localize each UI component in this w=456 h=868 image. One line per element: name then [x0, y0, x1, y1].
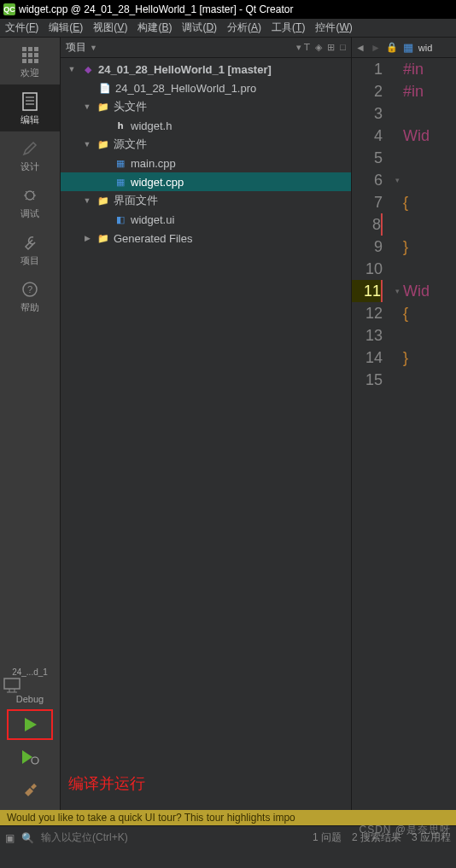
- project-pane: 项目 ▼ ▾ 𝖳 ◈ ⊞ □ ▼◆ 24_01_28_HelloWorld_1 …: [61, 38, 352, 810]
- svg-rect-22: [4, 679, 20, 689]
- close-pane-icon[interactable]: ▣: [5, 832, 15, 844]
- svg-rect-5: [34, 53, 38, 57]
- fold-column[interactable]: ▾ ▾: [391, 58, 403, 810]
- debug-run-button[interactable]: [7, 742, 53, 772]
- play-debug-icon: [20, 749, 39, 766]
- project-pane-header: 项目 ▼ ▾ 𝖳 ◈ ⊞ □: [61, 38, 351, 58]
- tree-folder-sources[interactable]: ▼📁 源文件: [61, 135, 351, 154]
- sync-icon[interactable]: ◈: [315, 42, 322, 53]
- document-icon: [20, 91, 40, 112]
- cpp-file-icon: ▦: [114, 156, 127, 170]
- menu-build[interactable]: 构建(B): [132, 20, 177, 35]
- editor-pane: ◄ ► 🔒 ▦ wid 123456789101112131415 ▾ ▾ #i…: [352, 38, 456, 810]
- svg-marker-27: [22, 750, 32, 764]
- bug-icon: [20, 185, 40, 206]
- tree-file[interactable]: ▦ main.cpp: [61, 154, 351, 172]
- svg-rect-4: [28, 53, 32, 57]
- kit-selector[interactable]: 24_...d_1 Debug: [0, 664, 60, 708]
- mode-design[interactable]: 设计: [0, 131, 60, 178]
- tree-file[interactable]: h widget.h: [61, 116, 351, 135]
- project-icon: ◆: [81, 62, 95, 76]
- svg-rect-7: [28, 59, 32, 63]
- editor-tabs: ◄ ► 🔒 ▦ wid: [352, 38, 456, 58]
- grid-icon: [20, 44, 40, 65]
- menu-analyze[interactable]: 分析(A): [222, 20, 266, 35]
- mode-bar: 欢迎 编辑 设计 调试 项目 ? 帮助 24_...d_1 Debug: [0, 38, 61, 810]
- menu-tools[interactable]: 工具(T): [266, 20, 310, 35]
- filter-icon[interactable]: ▾ 𝖳: [296, 42, 310, 53]
- project-pane-title[interactable]: 项目: [66, 40, 86, 55]
- annotation-label: 编译并运行: [68, 773, 145, 794]
- tree-folder-headers[interactable]: ▼📁 头文件: [61, 97, 351, 116]
- build-button[interactable]: [7, 774, 53, 805]
- menubar: 文件(F) 编辑(E) 视图(V) 构建(B) 调试(D) 分析(A) 工具(T…: [0, 19, 456, 38]
- monitor-icon: [2, 677, 58, 694]
- menu-debug[interactable]: 调试(D): [177, 20, 222, 35]
- qt-creator-icon: QC: [3, 3, 15, 15]
- mode-help[interactable]: ? 帮助: [0, 272, 60, 319]
- help-icon: ?: [20, 279, 40, 300]
- locator-input[interactable]: 输入以定位(Ctrl+K): [41, 830, 128, 845]
- tree-file[interactable]: ◧ widget.ui: [61, 210, 351, 229]
- pro-file-icon: 📄: [98, 81, 112, 95]
- window-title: widget.cpp @ 24_01_28_HelloWorld_1 [mast…: [19, 3, 293, 15]
- wrench-icon: [20, 232, 40, 253]
- tree-pro-file[interactable]: 📄 24_01_28_HelloWorld_1.pro: [61, 79, 351, 97]
- svg-rect-0: [22, 47, 26, 51]
- editor-tab-name[interactable]: wid: [418, 43, 433, 53]
- pencil-icon: [20, 138, 40, 159]
- lock-icon[interactable]: 🔒: [386, 42, 398, 53]
- svg-text:?: ?: [27, 284, 32, 294]
- add-icon[interactable]: ⊞: [327, 42, 335, 53]
- mode-projects[interactable]: 项目: [0, 225, 60, 272]
- mode-edit[interactable]: 编辑: [0, 84, 60, 131]
- tree-folder-generated[interactable]: ▶📁 Generated Files: [61, 229, 351, 248]
- cpp-file-icon: ▦: [403, 41, 413, 54]
- run-button[interactable]: [7, 709, 53, 740]
- cpp-file-icon: ▦: [114, 175, 127, 189]
- menu-edit[interactable]: 编辑(E): [44, 20, 88, 35]
- svg-point-28: [32, 757, 38, 764]
- folder-icon: 📁: [96, 100, 110, 114]
- nav-fwd-icon[interactable]: ►: [371, 42, 381, 54]
- play-icon: [21, 716, 38, 733]
- split-icon[interactable]: □: [340, 42, 346, 53]
- titlebar: QC widget.cpp @ 24_01_28_HelloWorld_1 [m…: [0, 0, 456, 19]
- folder-icon: 📁: [96, 231, 110, 245]
- svg-rect-2: [34, 47, 38, 51]
- mode-debug[interactable]: 调试: [0, 178, 60, 225]
- watermark: CSDN @是奈思呀: [359, 823, 451, 837]
- svg-rect-6: [22, 59, 26, 63]
- svg-marker-26: [25, 718, 37, 731]
- code-area[interactable]: 123456789101112131415 ▾ ▾ #in #in Wid { …: [352, 58, 456, 810]
- h-file-icon: h: [114, 119, 127, 132]
- tree-folder-forms[interactable]: ▼📁 界面文件: [61, 191, 351, 210]
- folder-icon: 📁: [96, 137, 110, 151]
- ui-file-icon: ◧: [114, 213, 127, 226]
- source-text[interactable]: #in #in Wid { } Wid { }: [403, 58, 430, 810]
- nav-back-icon[interactable]: ◄: [355, 42, 365, 54]
- folder-icon: 📁: [96, 194, 110, 207]
- menu-view[interactable]: 视图(V): [88, 20, 132, 35]
- search-icon: 🔍: [21, 832, 34, 844]
- svg-rect-8: [34, 59, 38, 63]
- tree-file-selected[interactable]: ▦ widget.cpp: [61, 172, 351, 191]
- svg-rect-1: [28, 47, 32, 51]
- project-tree[interactable]: ▼◆ 24_01_28_HelloWorld_1 [master] 📄 24_0…: [61, 58, 351, 810]
- line-gutter: 123456789101112131415: [352, 58, 391, 810]
- svg-rect-9: [23, 93, 37, 110]
- mode-welcome[interactable]: 欢迎: [0, 38, 60, 84]
- menu-widgets[interactable]: 控件(W): [310, 20, 357, 35]
- menu-file[interactable]: 文件(F): [0, 20, 44, 35]
- hammer-icon: [21, 781, 38, 798]
- svg-rect-3: [22, 53, 26, 57]
- tree-project-root[interactable]: ▼◆ 24_01_28_HelloWorld_1 [master]: [61, 60, 351, 79]
- status-issues[interactable]: 1 问题: [313, 830, 342, 845]
